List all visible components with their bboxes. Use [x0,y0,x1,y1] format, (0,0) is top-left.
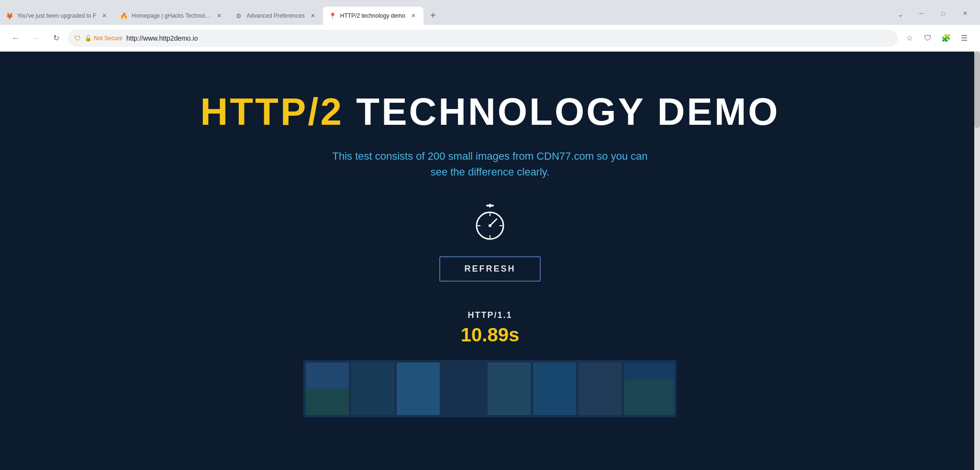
tab-1[interactable]: 🦊 You've just been upgraded to F ✕ [0,7,114,25]
svg-rect-16 [579,362,622,415]
svg-rect-13 [442,362,485,415]
toolbar-right: ☆ 🛡 🧩 ☰ [902,30,972,46]
tab-3-close[interactable]: ✕ [309,11,317,20]
tab-3-title: Advanced Preferences [246,12,304,19]
scrollbar-thumb[interactable] [974,52,980,128]
tab-1-title: You've just been upgraded to F [17,12,96,19]
page-subtitle: This test consists of 200 small images f… [323,148,657,180]
heading-http2: HTTP/2 [200,90,344,133]
browser-window: 🦊 You've just been upgraded to F ✕ 🔥 Hom… [0,0,980,470]
svg-rect-15 [533,362,576,415]
tab-4-close[interactable]: ✕ [409,11,418,20]
tab-4-title: HTTP/2 technology demo [340,12,405,19]
address-bar[interactable]: 🛡 🔓 Not Secure [68,30,898,47]
http-time-value: 10.89s [461,324,519,346]
bookmark-button[interactable]: ☆ [902,30,918,46]
tab-4-active[interactable]: 📍 HTTP/2 technology demo ✕ [323,7,423,25]
tab-1-close[interactable]: ✕ [100,11,109,20]
tab-2-favicon: 🔥 [120,12,128,20]
tab-2[interactable]: 🔥 Homepage | gHacks Technolog ✕ [114,7,229,25]
svg-rect-1 [489,204,491,208]
refresh-button[interactable]: REFRESH [439,256,540,282]
back-button[interactable]: ← [8,30,24,46]
tab-2-title: Homepage | gHacks Technolog [132,12,211,19]
http-version-label: HTTP/1.1 [468,310,512,320]
minimize-button[interactable]: ─ [910,6,932,21]
forward-button[interactable]: → [28,30,44,46]
tab-3-favicon: ⚙ [235,12,243,20]
page-content: HTTP/2 TECHNOLOGY DEMO This test consist… [0,52,980,470]
window-controls: ─ □ ✕ [910,6,976,23]
svg-point-8 [489,224,491,227]
menu-button[interactable]: ☰ [956,30,972,46]
page-heading: HTTP/2 TECHNOLOGY DEMO [200,90,780,134]
tab-2-close[interactable]: ✕ [215,11,223,20]
scrollbar[interactable] [974,52,980,470]
svg-rect-11 [351,362,394,415]
tab-bar: 🦊 You've just been upgraded to F ✕ 🔥 Hom… [0,0,980,25]
reload-button[interactable]: ↻ [48,30,64,46]
tab-4-favicon: 📍 [329,12,336,20]
svg-rect-18 [306,389,349,415]
stopwatch-icon [471,204,509,242]
page-main: HTTP/2 TECHNOLOGY DEMO This test consist… [0,52,980,417]
close-button[interactable]: ✕ [954,6,976,21]
maximize-button[interactable]: □ [932,6,954,21]
not-secure-label: Not Secure [94,35,122,42]
tab-3[interactable]: ⚙ Advanced Preferences ✕ [229,7,323,25]
svg-rect-14 [488,362,531,415]
shield-button[interactable]: 🛡 [920,30,936,46]
security-shield-icon: 🛡 [74,34,81,42]
lock-broken-icon: 🔓 [85,35,92,42]
tab-bar-right: ⌄ ─ □ ✕ [893,6,980,25]
tab-1-favicon: 🦊 [6,12,13,20]
svg-rect-12 [397,362,440,415]
not-secure-badge: 🔓 Not Secure [85,35,122,42]
image-grid-preview [303,360,677,417]
toolbar: ← → ↻ 🛡 🔓 Not Secure ☆ 🛡 🧩 ☰ [0,25,980,52]
extensions-button[interactable]: 🧩 [938,30,954,46]
url-input[interactable] [126,34,891,42]
tab-dropdown-button[interactable]: ⌄ [893,7,908,22]
heading-rest: TECHNOLOGY DEMO [344,90,780,133]
svg-rect-19 [624,379,674,415]
new-tab-button[interactable]: + [425,8,441,23]
